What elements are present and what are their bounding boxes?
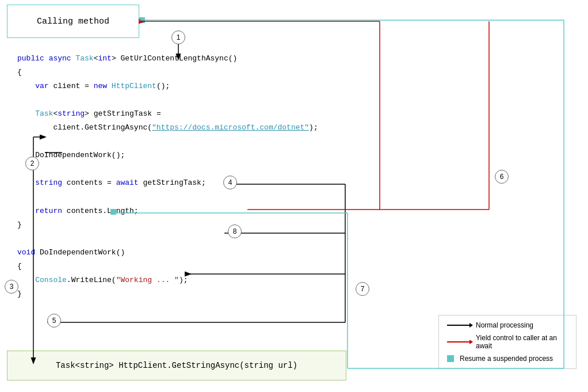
code-line-9 (17, 162, 318, 176)
badge-1: 1 (171, 31, 185, 44)
code-line-14 (17, 232, 318, 246)
code-line-13: } (17, 218, 318, 232)
legend-item-normal: Normal processing (447, 321, 568, 329)
legend-box: Normal processing Yield control to calle… (438, 315, 576, 369)
legend-line-red (447, 341, 470, 342)
badge-6: 6 (495, 170, 509, 184)
cyan-dot-calling (139, 17, 145, 23)
code-line-4 (17, 93, 318, 107)
cyan-dot-await (110, 209, 116, 215)
code-line-15: void DoIndependentWork() (17, 246, 318, 260)
code-line-10: string contents = await getStringTask; (17, 176, 318, 190)
diagram-container: Calling method Task<string> HttpClient.G… (0, 0, 588, 392)
code-line-18: } (17, 287, 318, 301)
legend-label-resume: Resume a suspended process (460, 355, 553, 363)
code-line-16: { (17, 260, 318, 273)
code-line-17: Console.WriteLine("Working ... "); (17, 273, 318, 287)
code-line-7 (17, 135, 318, 149)
badge-7: 7 (356, 282, 369, 296)
badge-4: 4 (223, 176, 237, 189)
legend-label-yield: Yield control to caller at an await (476, 334, 568, 350)
calling-method-label: Calling method (37, 17, 109, 26)
calling-method-box: Calling method (7, 5, 139, 38)
badge-3: 3 (5, 280, 18, 294)
task-box: Task<string> HttpClient.GetStringAsync(s… (7, 351, 346, 380)
code-line-8: DoIndependentWork(); (17, 149, 318, 162)
badge-5: 5 (47, 314, 61, 328)
legend-item-resume: Resume a suspended process (447, 355, 568, 363)
code-line-5: Task<string> getStringTask = (17, 107, 318, 121)
code-line-12: return contents.Length; (17, 204, 318, 218)
task-box-label: Task<string> HttpClient.GetStringAsync(s… (56, 361, 297, 370)
code-line-11 (17, 190, 318, 204)
legend-square-cyan (447, 355, 454, 362)
badge-8: 8 (228, 224, 242, 238)
code-line-3: var client = new HttpClient(); (17, 79, 318, 93)
legend-line-black (447, 325, 470, 326)
code-area: public async Task<int> GetUrlContentLeng… (17, 52, 318, 301)
code-line-6: client.GetStringAsync("https://docs.micr… (17, 121, 318, 135)
legend-item-yield: Yield control to caller at an await (447, 334, 568, 350)
badge-2: 2 (25, 157, 39, 170)
code-line-2: { (17, 66, 318, 79)
legend-label-normal: Normal processing (476, 321, 533, 329)
code-line-1: public async Task<int> GetUrlContentLeng… (17, 52, 318, 66)
